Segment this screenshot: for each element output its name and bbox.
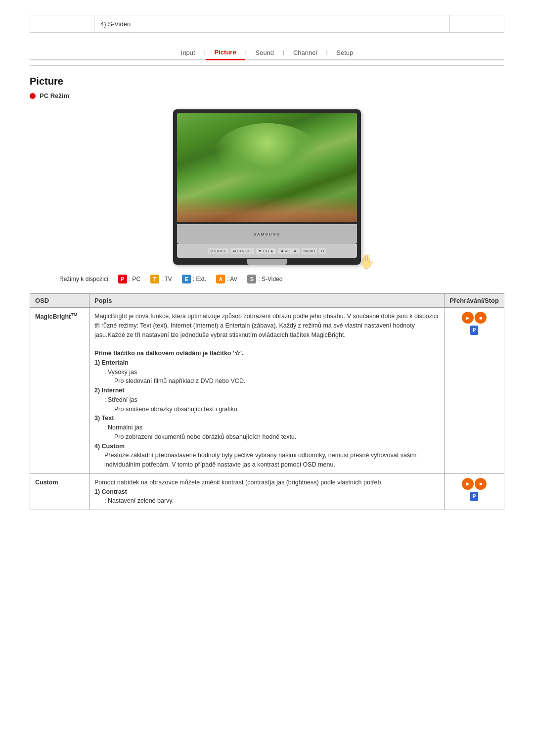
tv-control-vol[interactable]: ◄ VOL ► — [278, 248, 300, 254]
preview-cell-1: ▶ ■ P — [445, 473, 504, 510]
tv-image-container: SAMSUNG SOURCE AUTO/EXT ▼ CH ▲ ◄ VOL ► M… — [30, 109, 504, 265]
stop-button[interactable]: ■ — [475, 312, 487, 324]
popis-cell-0: MagicBright je nová funkce, která optima… — [89, 308, 445, 474]
tv-control-power[interactable]: ⊙ — [319, 248, 326, 254]
popis-line-0-2: 1) Entertain — [94, 358, 439, 368]
play-button[interactable]: ▶ — [462, 312, 474, 324]
popis-line-0-7: Pro smíšené obrázky obsahující text i gr… — [114, 405, 439, 414]
tv-screen — [177, 113, 357, 222]
tv-stand-piece — [247, 259, 287, 265]
popis-line-0-3: : Vysoký jas — [104, 368, 439, 377]
mode-label-ext: : Ext. — [193, 276, 206, 283]
popis-cell-1: Pomocí nabídek na obrazovce můžete změni… — [89, 473, 445, 510]
top-bar-left — [30, 15, 94, 32]
tv-mockup: SAMSUNG SOURCE AUTO/EXT ▼ CH ▲ ◄ VOL ► M… — [173, 109, 361, 265]
popis-line-0-4: Pro sledování filmů například z DVD nebo… — [114, 377, 439, 386]
table-row: MagicBrightTMMagicBright je nová funkce,… — [30, 308, 504, 474]
popis-line-0-0: MagicBright je nová funkce, která optima… — [94, 312, 439, 339]
popis-line-0-11: 4) Custom — [94, 442, 439, 451]
top-bar-right — [449, 15, 504, 32]
popis-line-0-5: 2) Internet — [94, 386, 439, 395]
tv-stand — [177, 259, 357, 265]
popis-line-0-9: : Normální jas — [104, 423, 439, 432]
mode-item-av: A: AV — [216, 275, 237, 284]
modes-bar: Režimy k dispozici P: PCT: TVE: Ext.A: A… — [59, 275, 504, 284]
mode-badge-sv: S — [247, 275, 256, 284]
osd-cell-0: MagicBrightTM — [30, 308, 89, 474]
nav-bar: Input|Picture|Sound|Channel|Setup — [30, 43, 504, 60]
table-header-prehravani: Přehrávání/Stop — [445, 294, 504, 308]
popis-line-1-1: 1) Contrast — [94, 487, 439, 497]
top-bar: 4) S-Video — [30, 15, 504, 33]
mode-badge-av: A — [216, 275, 225, 284]
page-title: Picture — [30, 76, 504, 87]
mode-badge-ext: E — [182, 275, 191, 284]
tv-control-menu[interactable]: MENU — [302, 248, 317, 254]
tv-controls-bar: SOURCE AUTO/EXT ▼ CH ▲ ◄ VOL ► MENU ⊙ — [177, 244, 357, 258]
nav-item-channel[interactable]: Channel — [284, 46, 326, 59]
tv-control-ch[interactable]: ▼ CH ▲ — [256, 248, 276, 254]
table-header-popis: Popis — [89, 294, 445, 308]
top-bar-content: 4) S-Video — [94, 20, 449, 28]
mode-label-av: : AV — [227, 276, 237, 283]
preview-icon: ▶ ■ — [462, 478, 487, 490]
mode-item-sv: S: S-Video — [247, 275, 282, 284]
preview-icon: ▶ ■ — [462, 312, 487, 324]
osd-cell-1: Custom — [30, 473, 89, 510]
mode-badge-pc: P — [118, 275, 127, 284]
tv-control-source[interactable]: SOURCE — [208, 248, 228, 254]
mode-item-pc: P: PC — [118, 275, 140, 284]
popis-line-0-8: 3) Text — [94, 414, 439, 423]
popis-line-0-12: Přestože základní přednastavené hodnoty … — [104, 451, 439, 470]
nav-item-sound[interactable]: Sound — [246, 46, 283, 59]
table-row: CustomPomocí nabídek na obrazovce můžete… — [30, 473, 504, 510]
stop-button[interactable]: ■ — [475, 478, 487, 490]
popis-line-1-2: : Nastavení zelené barvy. — [104, 496, 439, 506]
tv-control-auto[interactable]: AUTO/EXT — [230, 248, 254, 254]
p-badge: P — [470, 326, 479, 335]
modes-label: Režimy k dispozici — [59, 276, 108, 283]
mode-label-pc: : PC — [129, 276, 140, 283]
preview-cell-0: ▶ ■ P — [445, 308, 504, 474]
horizontal-rule — [30, 65, 504, 66]
main-table: OSD Popis Přehrávání/Stop MagicBrightTMM… — [30, 293, 504, 510]
mode-item-ext: E: Ext. — [182, 275, 206, 284]
play-button[interactable]: ▶ — [462, 478, 474, 490]
popis-line-1-0: Pomocí nabídek na obrazovce můžete změni… — [94, 478, 439, 487]
hand-icon: ✋ — [358, 253, 376, 270]
section-label-text: PC Režim — [40, 92, 69, 99]
radio-icon — [30, 93, 36, 99]
mode-label-tv: : TV — [161, 276, 172, 283]
mode-label-sv: : S-Video — [258, 276, 282, 283]
nav-item-input[interactable]: Input — [172, 46, 204, 59]
nav-item-setup[interactable]: Setup — [327, 46, 362, 59]
tv-brand-label: SAMSUNG — [254, 232, 281, 236]
popis-line-0-10: Pro zobrazení dokumentů nebo obrázků obs… — [114, 432, 439, 442]
section-label: PC Režim — [30, 92, 504, 99]
popis-line-0-6: : Střední jas — [104, 395, 439, 405]
tv-bezel-bottom: SAMSUNG — [177, 224, 357, 244]
p-badge: P — [470, 492, 479, 501]
popis-line-0-1: Přímé tlačítko na dálkovém ovládání je t… — [94, 349, 439, 358]
mode-badge-tv: T — [150, 275, 159, 284]
table-header-osd: OSD — [30, 294, 89, 308]
mode-item-tv: T: TV — [150, 275, 172, 284]
nav-item-picture[interactable]: Picture — [206, 46, 245, 60]
